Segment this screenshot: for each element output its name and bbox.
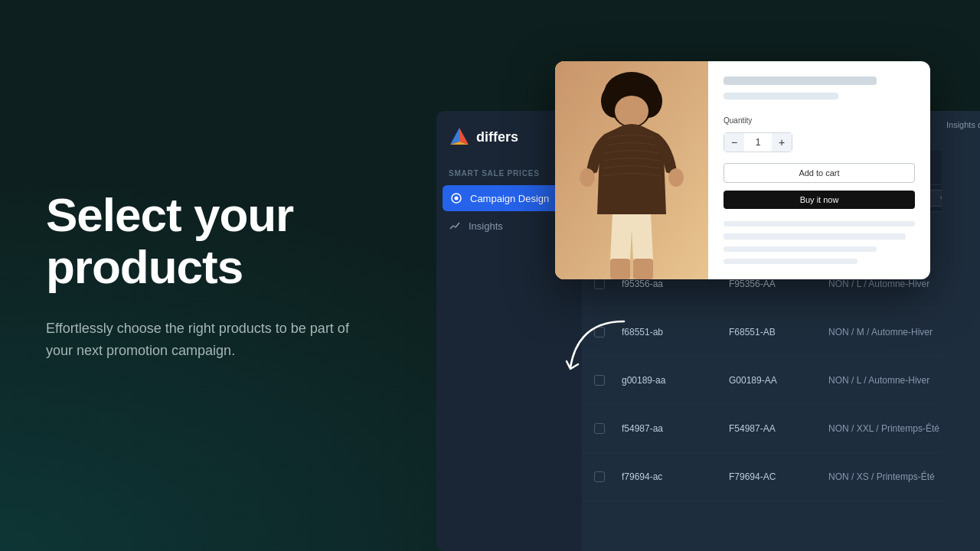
row-handle: f79694-ac — [616, 464, 723, 490]
row-variant: NON / XS / Printemps-Été — [822, 464, 952, 490]
product-title-placeholder — [724, 77, 877, 85]
quantity-value: 1 — [744, 137, 772, 148]
row-title: F68551-AB — [723, 319, 822, 345]
table-row: f54987-aa F54987-AA NON / XXL / Printemp… — [582, 405, 980, 453]
svg-point-9 — [580, 168, 595, 187]
add-to-cart-button[interactable]: Add to cart — [724, 163, 915, 183]
product-subtitle-placeholder — [724, 93, 838, 99]
row-handle: f54987-aa — [616, 416, 723, 442]
desc-line-4 — [724, 259, 858, 264]
logo-text: differs — [476, 129, 518, 145]
svg-rect-12 — [633, 259, 653, 279]
row-variant: NON / M / Automne-Hiver — [822, 319, 952, 345]
row-title: G00189-AA — [723, 367, 822, 393]
row-checkbox[interactable] — [588, 416, 616, 442]
table-row: f79694-ac F79694-AC NON / XS / Printemps… — [582, 453, 980, 501]
hero-title: Select your products — [46, 189, 383, 293]
product-details: Quantity − 1 + Add to cart Buy it now — [708, 61, 930, 279]
row-checkbox[interactable] — [588, 464, 616, 490]
product-card-popup: Quantity − 1 + Add to cart Buy it now — [555, 61, 930, 279]
svg-rect-11 — [610, 259, 630, 279]
desc-line-3 — [724, 246, 877, 252]
quantity-label: Quantity — [724, 116, 915, 125]
logo-icon — [449, 126, 470, 148]
row-title: F79694-AC — [723, 464, 822, 490]
gear-circle-icon — [450, 192, 462, 204]
curved-arrow — [563, 306, 655, 398]
sidebar-item-insights-label: Insights — [469, 220, 503, 232]
product-figure-svg — [555, 61, 708, 279]
quantity-plus-button[interactable]: + — [772, 133, 792, 152]
desc-line-2 — [724, 233, 906, 239]
quantity-minus-button[interactable]: − — [724, 133, 744, 152]
desc-line-1 — [724, 221, 915, 227]
svg-point-10 — [668, 168, 684, 187]
app-window: Quantity − 1 + Add to cart Buy it now di… — [436, 111, 980, 551]
row-title: F54987-AA — [723, 416, 822, 442]
sidebar-item-campaign-design-label: Campaign Design — [470, 193, 549, 204]
buy-now-button[interactable]: Buy it now — [724, 191, 915, 209]
hero-section: Select your products Effortlessly choose… — [0, 0, 429, 551]
svg-point-17 — [455, 197, 459, 201]
row-variant: NON / L / Automne-Hiver — [822, 367, 952, 393]
right-panel-hint: Insights de — [942, 111, 980, 551]
product-image — [555, 61, 708, 279]
row-variant: NON / XXL / Printemps-Été — [822, 416, 952, 442]
right-panel-hint-text: Insights de — [946, 120, 980, 129]
quantity-control: − 1 + — [724, 132, 792, 152]
chart-line-icon — [449, 220, 461, 232]
svg-point-8 — [615, 96, 648, 126]
hero-subtitle: Effortlessly choose the right products t… — [46, 318, 368, 362]
